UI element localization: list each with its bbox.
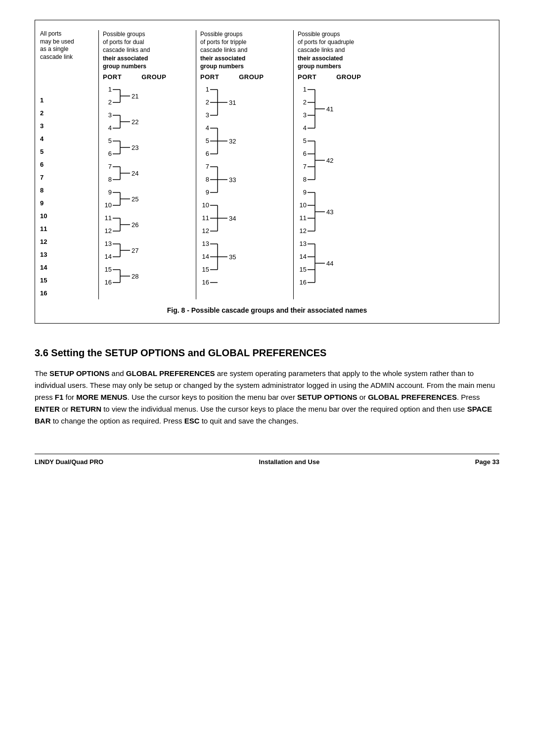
svg-text:1: 1 (303, 86, 307, 93)
figure-caption: Fig. 8 - Possible cascade groups and the… (40, 306, 494, 314)
port-item: 9 (40, 196, 47, 209)
port-item: 15 (40, 274, 47, 286)
port-item: 13 (40, 248, 47, 261)
triple-header: Possible groupsof ports for tripplecasca… (200, 30, 247, 70)
col-quad: Possible groupsof ports for quadruplecas… (298, 30, 397, 290)
svg-text:8: 8 (303, 176, 307, 183)
dual-group-label: GROUP (141, 73, 166, 81)
quad-group-label: GROUP (336, 73, 361, 81)
svg-text:10: 10 (105, 201, 112, 209)
svg-text:12: 12 (202, 227, 209, 235)
svg-text:9: 9 (206, 189, 209, 196)
svg-text:3: 3 (108, 111, 112, 119)
port-item: 10 (40, 209, 47, 222)
svg-text:9: 9 (108, 189, 112, 196)
divider-2 (196, 30, 196, 299)
svg-text:1: 1 (108, 86, 112, 93)
svg-text:4: 4 (206, 124, 209, 132)
svg-text:11: 11 (202, 214, 209, 222)
port-item: 3 (40, 119, 47, 132)
svg-text:2: 2 (206, 98, 209, 106)
svg-text:16: 16 (202, 279, 209, 286)
svg-text:7: 7 (303, 163, 307, 170)
quad-port-label: PORT (298, 73, 316, 81)
svg-text:14: 14 (300, 253, 307, 260)
svg-text:27: 27 (132, 247, 138, 254)
svg-text:2: 2 (303, 98, 307, 106)
quad-col-headers: PORT GROUP (298, 73, 361, 81)
quad-header: Possible groupsof ports for quadruplecas… (298, 30, 354, 70)
port-item: 16 (40, 286, 47, 299)
port-item: 12 (40, 235, 47, 248)
svg-text:6: 6 (206, 150, 209, 157)
svg-text:25: 25 (132, 195, 138, 203)
svg-text:6: 6 (108, 150, 112, 157)
all-ports-label: All ports may be used as a single cascad… (40, 30, 74, 61)
body-text: The SETUP OPTIONS and GLOBAL PREFERENCES… (35, 368, 499, 427)
svg-text:13: 13 (202, 240, 209, 247)
svg-text:13: 13 (300, 240, 307, 247)
svg-text:13: 13 (105, 240, 112, 247)
port-item: 8 (40, 184, 47, 196)
divider-1 (98, 30, 99, 299)
dual-diagram: 1 2 3 4 5 6 7 8 9 10 11 12 13 14 15 16 (103, 83, 182, 290)
svg-text:43: 43 (326, 208, 333, 216)
footer-left: LINDY Dual/Quad PRO (35, 458, 103, 466)
svg-text:5: 5 (206, 137, 209, 144)
triple-group-label: GROUP (239, 73, 264, 81)
svg-text:28: 28 (132, 273, 138, 280)
triple-diagram: 1 2 3 4 5 6 7 8 9 10 11 12 13 14 15 16 (200, 83, 279, 290)
svg-text:21: 21 (132, 93, 138, 100)
svg-text:4: 4 (303, 124, 307, 132)
triple-col-headers: PORT GROUP (200, 73, 264, 81)
svg-text:7: 7 (206, 163, 209, 170)
svg-text:24: 24 (132, 170, 138, 177)
svg-text:14: 14 (202, 253, 209, 260)
port-item: 5 (40, 145, 47, 158)
triple-port-label: PORT (200, 73, 219, 81)
svg-text:1: 1 (206, 86, 209, 93)
footer: LINDY Dual/Quad PRO Installation and Use… (35, 454, 499, 466)
port-item: 4 (40, 132, 47, 145)
svg-text:31: 31 (229, 99, 236, 106)
svg-text:16: 16 (300, 279, 307, 286)
svg-text:23: 23 (132, 144, 138, 151)
port-item: 6 (40, 158, 47, 171)
svg-text:11: 11 (300, 214, 307, 222)
svg-text:10: 10 (202, 201, 209, 209)
port-item: 11 (40, 222, 47, 235)
svg-text:15: 15 (105, 266, 112, 273)
svg-text:7: 7 (108, 163, 112, 170)
svg-text:12: 12 (105, 227, 112, 235)
port-item: 1 (40, 94, 47, 106)
svg-text:8: 8 (206, 176, 209, 183)
col-all-ports: All ports may be used as a single cascad… (40, 30, 94, 299)
svg-text:11: 11 (105, 214, 112, 222)
divider-3 (293, 30, 294, 299)
svg-text:32: 32 (229, 138, 236, 145)
svg-text:34: 34 (229, 215, 236, 222)
port-item: 7 (40, 171, 47, 184)
svg-text:2: 2 (108, 98, 112, 106)
svg-text:5: 5 (303, 137, 307, 144)
svg-text:14: 14 (105, 253, 112, 260)
footer-center: Installation and Use (259, 458, 320, 466)
section-heading: 3.6 Setting the SETUP OPTIONS and GLOBAL… (35, 347, 499, 359)
svg-text:3: 3 (303, 111, 307, 119)
port-item: 2 (40, 106, 47, 119)
svg-text:15: 15 (300, 266, 307, 273)
svg-text:15: 15 (202, 266, 209, 273)
dual-port-label: PORT (103, 73, 122, 81)
svg-text:6: 6 (303, 150, 307, 157)
svg-text:8: 8 (108, 176, 112, 183)
all-ports-list: 1 2 3 4 5 6 7 8 9 10 11 12 13 14 15 16 (40, 94, 47, 299)
svg-text:16: 16 (105, 279, 112, 286)
svg-text:12: 12 (300, 227, 307, 235)
svg-text:9: 9 (303, 189, 307, 196)
svg-text:44: 44 (326, 260, 333, 267)
dual-header: Possible groupsof ports for dualcascade … (103, 30, 150, 70)
svg-text:26: 26 (132, 221, 138, 229)
col-triple: Possible groupsof ports for tripplecasca… (200, 30, 289, 290)
svg-text:4: 4 (108, 124, 112, 132)
page: All ports may be used as a single cascad… (0, 0, 534, 756)
